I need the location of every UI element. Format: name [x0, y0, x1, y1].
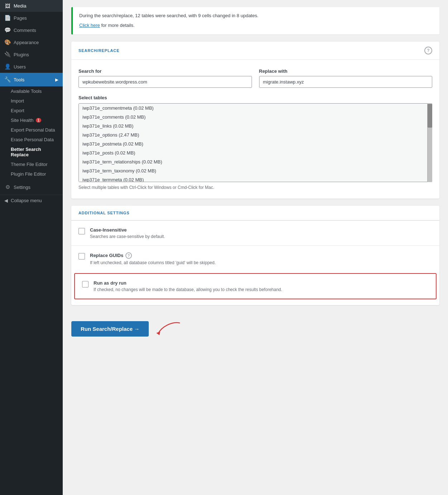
additional-settings-title: ADDITIONAL SETTINGS [78, 211, 129, 215]
replace-guids-help-icon[interactable]: ? [125, 252, 132, 259]
tools-icon: 🔧 [4, 76, 11, 83]
sidebar-item-comments[interactable]: 💬 Comments [0, 24, 63, 36]
appearance-icon: 🎨 [4, 39, 11, 46]
table-option[interactable]: iwp371e_posts (0.02 MB) [79, 148, 432, 157]
sidebar-item-settings[interactable]: ⚙ Settings [0, 181, 63, 193]
table-option[interactable]: iwp371e_comments (0.02 MB) [79, 113, 432, 122]
sidebar-item-export-personal-data[interactable]: Export Personal Data [0, 125, 63, 135]
table-option[interactable]: iwp371e_commentmeta (0.02 MB) [79, 104, 432, 113]
arrow-annotation [154, 319, 183, 338]
replace-guids-title: Replace GUIDs [90, 253, 123, 258]
search-for-label: Search for [78, 68, 252, 74]
sidebar-item-theme-file-editor[interactable]: Theme File Editor [0, 160, 63, 169]
tools-arrow-icon: ▸ [55, 76, 58, 84]
sidebar-item-pages[interactable]: 📄 Pages [0, 12, 63, 24]
search-replace-body: Search for Replace with Select tables iw… [71, 60, 439, 199]
sidebar-item-plugins[interactable]: 🔌 Plugins [0, 48, 63, 61]
notice-link[interactable]: Click here [79, 23, 100, 28]
sidebar-item-erase-personal-data[interactable]: Erase Personal Data [0, 135, 63, 144]
table-option[interactable]: iwp371e_termmeta (0.02 MB) [79, 175, 432, 182]
case-insensitive-checkbox[interactable] [78, 228, 85, 234]
table-option[interactable]: iwp371e_term_relationships (0.02 MB) [79, 157, 432, 166]
pages-icon: 📄 [4, 15, 11, 21]
case-insensitive-title: Case-Insensitive [90, 227, 127, 233]
additional-settings-card: ADDITIONAL SETTINGS Case-Insensitive Sea… [71, 206, 439, 305]
sidebar-item-better-search-replace[interactable]: Better Search Replace [0, 144, 63, 160]
case-insensitive-item: Case-Insensitive Searches are case-sensi… [71, 220, 439, 246]
sidebar-item-plugin-file-editor[interactable]: Plugin File Editor [0, 169, 63, 179]
sidebar-item-site-health[interactable]: Site Health 1 [0, 115, 63, 125]
select-tables-label: Select tables [78, 95, 432, 100]
media-icon: 🖼 [4, 3, 11, 9]
table-option[interactable]: iwp371e_postmeta (0.02 MB) [79, 139, 432, 148]
scrollbar[interactable] [427, 103, 432, 182]
replace-with-input[interactable] [259, 76, 433, 88]
search-replace-card: SEARCH/REPLACE ? Search for Replace with… [71, 42, 439, 199]
collapse-menu[interactable]: ◀ Collapse menu [0, 195, 63, 206]
search-for-input[interactable] [78, 76, 252, 88]
main-content: During the search/replace, 12 tables wer… [63, 0, 448, 495]
replace-guids-item: Replace GUIDs ? If left unchecked, all d… [71, 246, 439, 272]
sidebar-item-export[interactable]: Export [0, 106, 63, 115]
search-for-group: Search for [78, 68, 252, 88]
search-replace-title: SEARCH/REPLACE [78, 48, 119, 53]
tables-hint: Select multiple tables with Ctrl-Click f… [78, 185, 432, 190]
search-replace-notice: During the search/replace, 12 tables wer… [71, 7, 439, 34]
table-option[interactable]: iwp371e_term_taxonomy (0.02 MB) [79, 166, 432, 175]
users-icon: 👤 [4, 63, 11, 70]
site-health-badge: 1 [36, 118, 42, 123]
additional-settings-header: ADDITIONAL SETTINGS [71, 206, 439, 220]
dry-run-checkbox[interactable] [82, 281, 89, 287]
help-icon[interactable]: ? [424, 47, 432, 54]
sidebar: 🖼 Media 📄 Pages 💬 Comments 🎨 Appearance … [0, 0, 63, 495]
replace-guids-checkbox[interactable] [78, 253, 85, 260]
table-option[interactable]: iwp371e_links (0.02 MB) [79, 122, 432, 130]
settings-icon: ⚙ [4, 184, 11, 190]
dry-run-title: Run as dry run [94, 280, 127, 286]
sidebar-item-available-tools[interactable]: Available Tools [0, 86, 63, 96]
replace-guids-desc: If left unchecked, all database columns … [90, 260, 432, 265]
dry-run-desc: If checked, no changes will be made to t… [94, 287, 429, 292]
sidebar-item-appearance[interactable]: 🎨 Appearance [0, 36, 63, 48]
tables-select[interactable]: iwp371e_commentmeta (0.02 MB)iwp371e_com… [78, 103, 432, 182]
button-area: Run Search/Replace → [71, 312, 439, 342]
replace-with-group: Replace with [259, 68, 433, 88]
sidebar-item-users[interactable]: 👤 Users [0, 61, 63, 73]
tables-select-container: iwp371e_commentmeta (0.02 MB)iwp371e_com… [78, 103, 432, 182]
sidebar-item-import[interactable]: Import [0, 96, 63, 106]
table-option[interactable]: iwp371e_options (2.47 MB) [79, 130, 432, 139]
svg-marker-0 [156, 332, 160, 335]
collapse-icon: ◀ [4, 198, 8, 203]
tools-submenu: Available Tools Import Export Site Healt… [0, 86, 63, 179]
sidebar-item-media[interactable]: 🖼 Media [0, 0, 63, 12]
plugins-icon: 🔌 [4, 51, 11, 58]
sidebar-item-tools[interactable]: 🔧 Tools ▸ [0, 73, 63, 86]
replace-with-label: Replace with [259, 68, 433, 74]
comments-icon: 💬 [4, 27, 11, 33]
run-search-replace-button[interactable]: Run Search/Replace → [71, 321, 149, 337]
notice-text: During the search/replace, 12 tables wer… [79, 12, 433, 20]
search-replace-header: SEARCH/REPLACE ? [71, 42, 439, 60]
dry-run-item: Run as dry run If checked, no changes wi… [74, 273, 437, 299]
search-replace-form-row: Search for Replace with [78, 68, 432, 88]
case-insensitive-desc: Searches are case-sensitive by default. [90, 234, 432, 239]
